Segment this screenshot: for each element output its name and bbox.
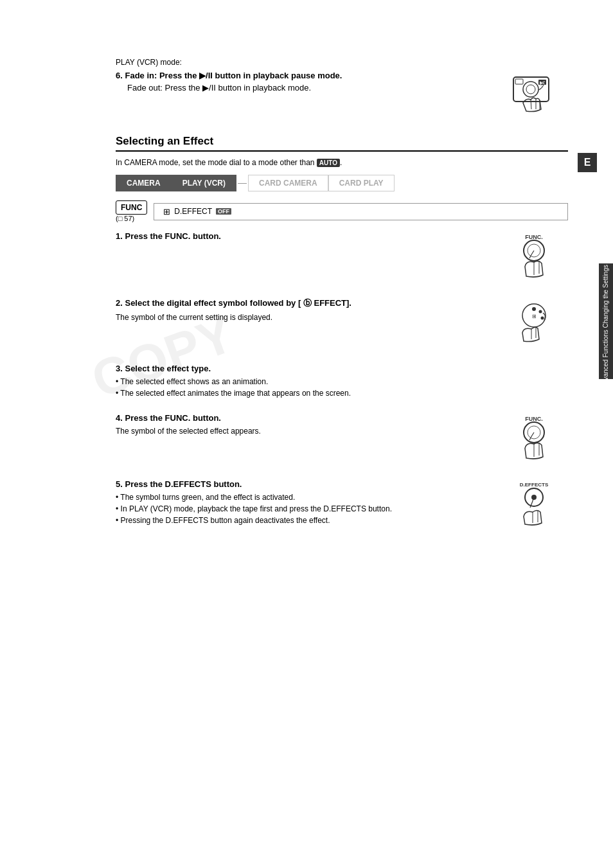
sidebar-tab: Advanced Functions Changing the Settings… bbox=[599, 263, 613, 379]
step-5-bullet-2: In PLAY (VCR) mode, playback the tape fi… bbox=[116, 503, 497, 515]
step-5-bullets: The symbol turns green, and the effect i… bbox=[116, 492, 497, 526]
step-1-left: 1. Press the FUNC. button. bbox=[116, 231, 497, 244]
svg-text:⊞: ⊞ bbox=[532, 314, 537, 319]
func-area: FUNC (□ 57) ⊞ D.EFFECT OFF bbox=[116, 200, 568, 222]
step-3-row: 3. Select the effect type. The selected … bbox=[116, 364, 568, 399]
step-2-left: 2. Select the digital effect symbol foll… bbox=[116, 297, 497, 323]
step-5-bullet-1: The symbol turns green, and the effect i… bbox=[116, 492, 497, 503]
mode-btn-card-play[interactable]: CARD PLAY bbox=[328, 175, 395, 191]
step-4-image: FUNC. bbox=[507, 413, 568, 465]
step-4-body: The symbol of the selected effect appear… bbox=[116, 425, 497, 437]
mode-btn-card-camera[interactable]: CARD CAMERA bbox=[248, 175, 328, 191]
step5-deffects-svg: D.EFFECTS bbox=[507, 479, 562, 534]
step-6-subtitle: Fade out: Press the ▶/II button in playb… bbox=[127, 83, 497, 93]
step-2-title: 2. Select the digital effect symbol foll… bbox=[116, 297, 497, 309]
mode-btn-camera[interactable]: CAMERA bbox=[116, 175, 172, 191]
d-effect-icon: ⊞ bbox=[163, 207, 170, 217]
off-badge: OFF bbox=[216, 208, 231, 215]
step-4-row: 4. Press the FUNC. button. The symbol of… bbox=[116, 413, 568, 465]
step-6-text: 6. Fade in: Press the ▶/II button in pla… bbox=[116, 71, 497, 93]
svg-point-17 bbox=[539, 310, 542, 314]
step-6: 6. Fade in: Press the ▶/II button in pla… bbox=[116, 71, 568, 122]
step-3-left: 3. Select the effect type. The selected … bbox=[116, 364, 497, 399]
step-3-bullets: The selected effect shows as an animatio… bbox=[116, 376, 497, 399]
svg-point-2 bbox=[526, 85, 535, 94]
step-1-title: 1. Press the FUNC. button. bbox=[116, 231, 497, 241]
svg-rect-5 bbox=[515, 79, 523, 84]
step-5-title: 5. Press the D.EFFECTS button. bbox=[116, 479, 497, 489]
d-effect-label: D.EFFECT bbox=[174, 207, 212, 216]
step-5-row: 5. Press the D.EFFECTS button. The symbo… bbox=[116, 479, 568, 536]
step-6-image: ▶II bbox=[510, 71, 568, 122]
step-1-image: FUNC. bbox=[507, 231, 568, 283]
step-5-image: D.EFFECTS bbox=[507, 479, 568, 536]
mode-btn-play-vcr[interactable]: PLAY (VCR) bbox=[172, 175, 236, 191]
step-2-row: 2. Select the digital effect symbol foll… bbox=[116, 297, 568, 350]
step2-dial-svg: ⊞ bbox=[507, 297, 562, 348]
auto-badge: AUTO bbox=[317, 159, 340, 167]
play-vcr-label: PLAY (VCR) mode: bbox=[116, 58, 568, 67]
svg-text:FUNC.: FUNC. bbox=[525, 416, 543, 422]
steps-container: 1. Press the FUNC. button. FUNC. bbox=[116, 231, 568, 536]
step-1-row: 1. Press the FUNC. button. FUNC. bbox=[116, 231, 568, 283]
step-6-title: Fade in: Press the ▶/II button in playba… bbox=[125, 71, 342, 80]
svg-point-16 bbox=[532, 307, 536, 311]
step-2-image: ⊞ bbox=[507, 297, 568, 350]
section-subtitle: In CAMERA mode, set the mode dial to a m… bbox=[116, 158, 568, 167]
step-2-body: The symbol of the current setting is dis… bbox=[116, 312, 497, 323]
mode-buttons-row: CAMERA PLAY (VCR) CARD CAMERA CARD PLAY bbox=[116, 175, 568, 191]
step-4-title: 4. Press the FUNC. button. bbox=[116, 413, 497, 423]
step1-func-svg: FUNC. bbox=[507, 231, 562, 281]
step-4-left: 4. Press the FUNC. button. The symbol of… bbox=[116, 413, 497, 437]
step4-func-svg: FUNC. bbox=[507, 413, 562, 463]
step6-camera-svg: ▶II bbox=[510, 71, 565, 119]
func-box: FUNC bbox=[116, 200, 147, 215]
d-effect-box: ⊞ D.EFFECT OFF bbox=[154, 203, 568, 220]
step-5-left: 5. Press the D.EFFECTS button. The symbo… bbox=[116, 479, 497, 526]
page-ref: (□ 57) bbox=[116, 215, 147, 222]
step-6-number: 6. bbox=[116, 71, 123, 80]
step-5-bullet-3: Pressing the D.EFFECTS button again deac… bbox=[116, 515, 497, 526]
mode-separator bbox=[238, 183, 247, 184]
svg-text:D.EFFECTS: D.EFFECTS bbox=[520, 482, 549, 488]
step-3-bullet-1: The selected effect shows as an animatio… bbox=[116, 376, 497, 387]
svg-text:FUNC.: FUNC. bbox=[525, 234, 543, 240]
section-title: Selecting an Effect bbox=[116, 135, 568, 152]
svg-point-1 bbox=[523, 82, 538, 97]
step-3-bullet-2: The selected effect animates the image t… bbox=[116, 387, 497, 399]
sidebar-tab-label: Advanced Functions Changing the Settings… bbox=[602, 255, 610, 388]
step-3-title: 3. Select the effect type. bbox=[116, 364, 497, 373]
e-badge: E bbox=[578, 153, 597, 172]
svg-point-18 bbox=[541, 317, 544, 320]
